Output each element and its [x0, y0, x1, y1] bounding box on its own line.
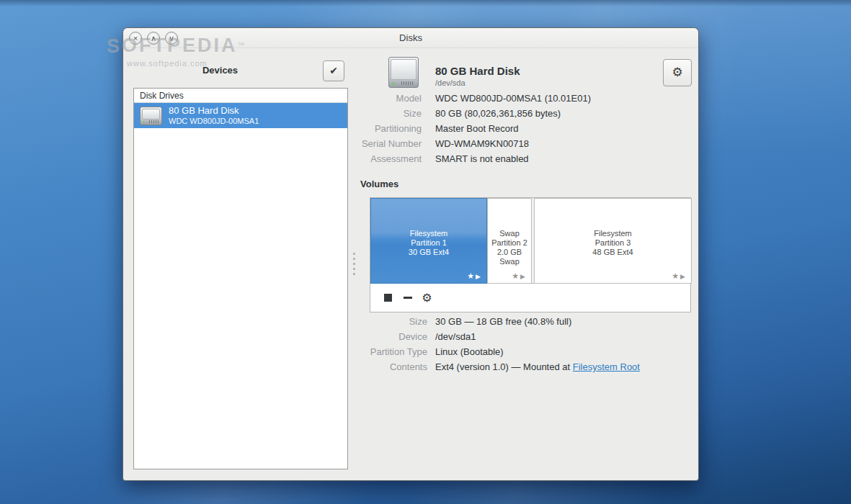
minimize-button[interactable]: ∨: [165, 32, 178, 45]
detail-label: Size: [360, 108, 422, 119]
detail-label: Contents: [360, 361, 427, 372]
detail-label: Assessment: [360, 153, 422, 164]
detail-label: Device: [360, 331, 427, 342]
pane-resize-grip[interactable]: [353, 253, 357, 278]
gear-icon: ⚙: [672, 66, 682, 79]
partition-flags: ★▶: [467, 271, 482, 281]
detail-label: Partition Type: [360, 346, 427, 357]
device-item-texts: 80 GB Hard Disk WDC WD800JD-00MSA1: [169, 106, 259, 126]
detail-value: Linux (Bootable): [435, 346, 692, 357]
partition-3[interactable]: Filesystem Partition 3 48 GB Ext4 ★▶: [534, 198, 692, 284]
partition-flags: ★▶: [672, 271, 687, 281]
device-item-subtitle: WDC WD800JD-00MSA1: [169, 116, 259, 126]
drive-actions-button[interactable]: ⚙: [663, 59, 692, 86]
partition-flags: ★▶: [512, 271, 527, 281]
drive-details: Model WDC WD800JD-00MSA1 (10.01E01) Size…: [360, 93, 692, 164]
drive-device-path: /dev/sda: [435, 78, 465, 87]
maximize-button[interactable]: ∧: [147, 32, 160, 45]
detail-value: 30 GB — 18 GB free (40.8% full): [435, 316, 692, 327]
gear-icon: ⚙: [422, 291, 432, 305]
detail-label: Model: [360, 93, 422, 104]
volumes-frame: Filesystem Partition 1 30 GB Ext4 ★▶ Swa…: [370, 197, 691, 312]
detail-value: 80 GB (80,026,361,856 bytes): [435, 108, 692, 119]
play-icon: ▶: [680, 273, 687, 280]
detail-value: Master Boot Record: [435, 123, 692, 134]
unmount-button[interactable]: [380, 289, 396, 307]
window-title: Disks: [399, 32, 422, 43]
detail-label: Partitioning: [360, 123, 422, 134]
drive-title: 80 GB Hard Disk: [435, 65, 520, 77]
stop-square-icon: [384, 294, 392, 302]
delete-partition-button[interactable]: [399, 289, 416, 307]
devices-header-label: Devices: [123, 65, 317, 76]
star-icon: ★: [672, 271, 680, 280]
devices-header: Devices ✔: [123, 49, 360, 89]
play-icon: ▶: [476, 273, 482, 280]
partition-details: Size 30 GB — 18 GB free (40.8% full) Dev…: [360, 316, 692, 372]
detail-label: Size: [360, 316, 427, 327]
device-list: Disk Drives 80 GB Hard Disk WDC WD800JD-…: [133, 88, 348, 469]
maximize-icon: ∧: [151, 34, 156, 42]
filesystem-root-link[interactable]: Filesystem Root: [573, 361, 640, 372]
partition-1[interactable]: Filesystem Partition 1 30 GB Ext4 ★▶: [370, 198, 487, 284]
contents-value: Ext4 (version 1.0) — Mounted at Filesyst…: [435, 361, 692, 372]
star-icon: ★: [467, 271, 476, 280]
volume-toolbar: ⚙: [370, 284, 690, 312]
devices-sidebar: Devices ✔ Disk Drives 80 GB Hard Disk WD…: [123, 49, 360, 482]
partition-label: Filesystem Partition 3 48 GB Ext4: [535, 229, 691, 257]
minimize-icon: ∨: [169, 34, 174, 42]
device-item-title: 80 GB Hard Disk: [169, 106, 259, 116]
detail-value: SMART is not enabled: [435, 153, 692, 164]
device-list-item-sda[interactable]: 80 GB Hard Disk WDC WD800JD-00MSA1: [134, 103, 347, 128]
drive-panel: 80 GB Hard Disk /dev/sda ⚙ Model WDC WD8…: [360, 48, 700, 482]
detail-label: Serial Number: [360, 138, 422, 149]
volume-options-button[interactable]: ⚙: [419, 289, 435, 307]
volumes-section-title: Volumes: [360, 179, 398, 189]
contents-prefix: Ext4 (version 1.0) — Mounted at: [435, 361, 573, 372]
close-icon: ×: [133, 34, 138, 42]
partition-map: Filesystem Partition 1 30 GB Ext4 ★▶ Swa…: [370, 198, 690, 284]
window-controls: × ∧ ∨: [129, 32, 178, 45]
check-icon: ✔: [329, 65, 338, 76]
disks-window: Disks × ∧ ∨ Devices ✔ Disk Drives 80 GB …: [122, 27, 699, 481]
titlebar[interactable]: Disks: [123, 28, 698, 48]
detail-value: /dev/sda1: [435, 331, 692, 342]
partition-label: Swap Partition 2 2.0 GB Swap: [488, 229, 531, 266]
device-list-header: Disk Drives: [134, 89, 347, 103]
apply-check-button[interactable]: ✔: [323, 60, 344, 81]
detail-value: WD-WMAM9KN00718: [435, 138, 692, 149]
play-icon: ▶: [520, 273, 527, 280]
close-button[interactable]: ×: [129, 32, 142, 45]
partition-2[interactable]: Swap Partition 2 2.0 GB Swap ★▶: [487, 198, 532, 284]
star-icon: ★: [512, 271, 520, 280]
partition-label: Filesystem Partition 1 30 GB Ext4: [371, 229, 486, 257]
minus-icon: [404, 297, 412, 299]
detail-value: WDC WD800JD-00MSA1 (10.01E01): [435, 93, 692, 104]
hard-disk-icon: [140, 107, 162, 125]
hard-disk-icon-large: [388, 57, 419, 88]
